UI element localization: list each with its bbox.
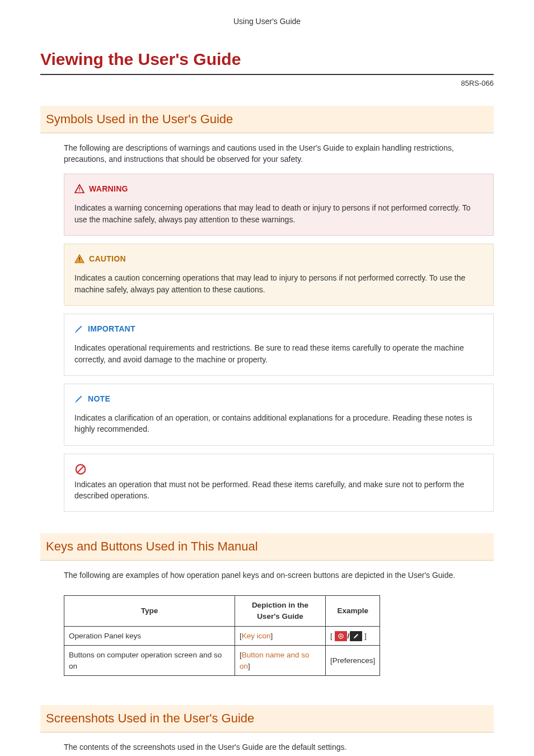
section-heading-symbols: Symbols Used in the User's Guide	[40, 106, 494, 133]
note-body: Indicates a clarification of an operatio…	[74, 412, 483, 435]
document-code: 85RS-066	[40, 78, 494, 89]
prohibit-icon	[74, 463, 87, 475]
symbols-intro: The following are descriptions of warnin…	[40, 142, 494, 174]
page-title: Viewing the User's Guide	[40, 47, 494, 75]
screenshots-intro: The contents of the screenshots used in …	[40, 741, 494, 756]
svg-rect-2	[79, 258, 79, 260]
svg-rect-1	[79, 191, 79, 192]
warning-triangle-icon	[74, 184, 85, 193]
example-suffix: ]	[362, 632, 367, 640]
note-label: NOTE	[88, 393, 110, 404]
callout-warning: WARNING Indicates a warning concerning o…	[64, 174, 494, 236]
section-heading-keys: Keys and Buttons Used in This Manual	[40, 533, 494, 561]
bracket-close: ]	[271, 632, 273, 640]
svg-rect-3	[79, 260, 79, 261]
svg-rect-0	[79, 188, 79, 190]
callout-prohibit: Indicates an operation that must not be …	[64, 454, 494, 512]
caution-label: CAUTION	[89, 253, 126, 264]
td-depiction: [Button name and so on]	[235, 646, 326, 676]
table-row: Operation Panel keys [Key icon] [ / ]	[64, 626, 380, 646]
svg-point-9	[340, 636, 341, 637]
keys-intro: The following are examples of how operat…	[40, 570, 494, 590]
keys-table: Type Depiction in the User's Guide Examp…	[64, 595, 380, 676]
th-depiction: Depiction in the User's Guide	[235, 596, 326, 626]
callout-note: NOTE Indicates a clarification of an ope…	[64, 384, 494, 446]
example-prefix: [	[330, 632, 335, 640]
td-type: Buttons on computer operation screen and…	[64, 646, 235, 676]
caution-triangle-icon	[74, 254, 85, 263]
th-example: Example	[326, 596, 380, 626]
breadcrumb: Using User's Guide	[40, 16, 494, 27]
td-example: [ / ]	[326, 626, 380, 646]
callout-important: IMPORTANT Indicates operational requirem…	[64, 314, 494, 376]
depiction-inner: Key icon	[242, 632, 271, 640]
pencil-important-icon	[74, 324, 83, 333]
important-label: IMPORTANT	[88, 323, 135, 334]
prohibit-body: Indicates an operation that must not be …	[74, 479, 483, 502]
callout-caution: CAUTION Indicates a caution concerning o…	[64, 244, 494, 306]
svg-point-4	[75, 332, 76, 333]
bracket-close: ]	[248, 662, 250, 670]
warning-label: WARNING	[89, 183, 128, 194]
table-row: Buttons on computer operation screen and…	[64, 646, 380, 676]
svg-point-5	[75, 402, 76, 403]
section-heading-screenshots: Screenshots Used in the User's Guide	[40, 705, 494, 732]
td-type: Operation Panel keys	[64, 626, 235, 646]
caution-body: Indicates a caution concerning operation…	[74, 272, 483, 295]
td-depiction: [Key icon]	[235, 626, 326, 646]
clear-key-icon	[350, 631, 362, 641]
important-body: Indicates operational requirements and r…	[74, 342, 483, 365]
stop-key-icon	[335, 631, 347, 641]
pencil-note-icon	[74, 394, 83, 403]
warning-body: Indicates a warning concerning operation…	[74, 202, 483, 225]
td-example: [Preferences]	[326, 646, 380, 676]
th-type: Type	[64, 596, 235, 626]
svg-line-7	[78, 466, 84, 472]
